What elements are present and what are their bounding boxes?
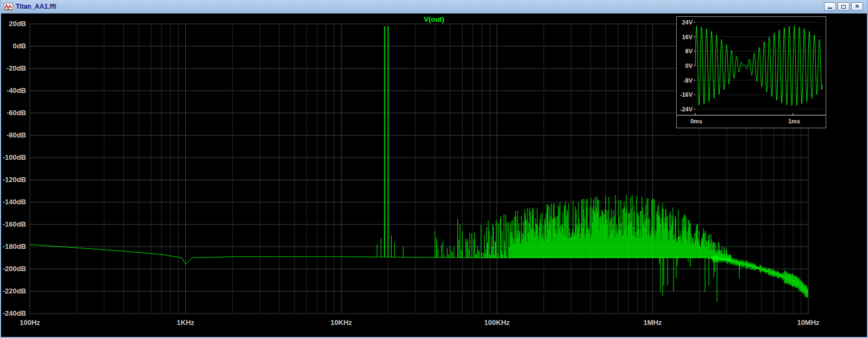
ltspice-window: Titan_AA1.fft ✕ 20dB0dB-20dB-40dB-60dB-8… [0, 0, 868, 338]
fft-y-tick-label[interactable]: -240dB [3, 309, 26, 317]
window-controls: ✕ [824, 2, 863, 11]
close-icon: ✕ [855, 4, 859, 9]
window-title: Titan_AA1.fft [16, 3, 821, 10]
inset-x-tick-label[interactable]: 1ms [788, 118, 800, 124]
fft-y-tick-label[interactable]: -100dB [3, 153, 26, 161]
fft-plot-region: 20dB0dB-20dB-40dB-60dB-80dB-100dB-120dB-… [1, 14, 867, 337]
fft-y-tick-label[interactable]: -40dB [7, 86, 26, 95]
inset-y-tick-label[interactable]: 24V [682, 19, 693, 26]
fft-y-tick-label[interactable]: -160dB [3, 220, 26, 228]
fft-y-tick-label[interactable]: -80dB [7, 131, 26, 139]
maximize-icon [841, 5, 846, 9]
fft-y-tick-label[interactable]: -180dB [3, 242, 26, 251]
inset-x-tick-label[interactable]: 0ms [690, 118, 702, 124]
fft-x-tick-label[interactable]: 10MHz [797, 318, 820, 327]
maximize-button[interactable] [838, 2, 850, 11]
fft-x-tick-label[interactable]: 100Hz [20, 318, 40, 327]
fft-x-tick-label[interactable]: 1KHz [177, 318, 194, 327]
fft-x-tick-label[interactable]: 10KHz [330, 318, 352, 327]
close-button[interactable]: ✕ [851, 2, 863, 11]
fft-y-tick-label[interactable]: 0dB [12, 42, 26, 50]
minimize-button[interactable] [824, 2, 836, 11]
title-bar[interactable]: Titan_AA1.fft ✕ [1, 0, 867, 14]
inset-transient-plot[interactable]: 24V16V8V0V-8V-16V-24V0ms1ms [676, 16, 826, 128]
fft-x-tick-label[interactable]: 100KHz [484, 318, 510, 327]
fft-y-tick-label[interactable]: -140dB [3, 198, 26, 206]
fft-x-tick-label[interactable]: 1MHz [643, 318, 662, 327]
inset-y-tick-label[interactable]: 0V [685, 62, 693, 69]
inset-y-tick-label[interactable]: -8V [683, 77, 693, 84]
fft-y-tick-label[interactable]: -200dB [3, 265, 26, 273]
fft-y-tick-label[interactable]: -60dB [7, 109, 26, 117]
fft-y-tick-label[interactable]: -220dB [3, 287, 26, 295]
inset-y-tick-label[interactable]: 16V [682, 34, 693, 40]
fft-y-tick-label[interactable]: -20dB [7, 64, 26, 72]
minimize-icon [828, 8, 832, 9]
inset-y-tick-label[interactable]: -24V [680, 106, 693, 112]
inset-y-tick-label[interactable]: -16V [680, 91, 693, 98]
app-icon [4, 3, 13, 11]
fft-y-tick-label[interactable]: -120dB [3, 176, 26, 184]
inset-y-tick-label[interactable]: 8V [685, 48, 693, 54]
